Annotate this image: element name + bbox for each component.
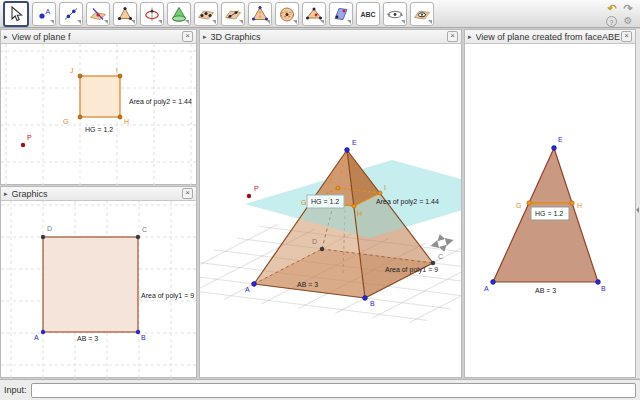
point-label-a: A	[34, 334, 39, 341]
point-b[interactable]	[596, 280, 601, 285]
tool-pyramid[interactable]	[248, 2, 272, 26]
redo-icon[interactable]: ↷	[621, 2, 635, 14]
geogebra-window: A	[0, 0, 640, 400]
toolbar: A	[0, 0, 640, 28]
point-e[interactable]	[552, 146, 557, 151]
tool-point[interactable]: A	[32, 2, 56, 26]
line-icon	[62, 5, 80, 23]
tool-line[interactable]	[59, 2, 83, 26]
point-label-b: B	[370, 300, 375, 307]
poly1-square[interactable]	[43, 237, 138, 332]
panel-title: Graphics	[12, 189, 182, 199]
graphics-header[interactable]: ▸ Graphics ×	[1, 187, 196, 201]
input-field[interactable]	[31, 383, 636, 398]
tool-rotate-view[interactable]	[383, 2, 407, 26]
point-label-d: D	[312, 238, 317, 245]
circle-axis-icon	[143, 5, 161, 23]
point-label-e: E	[352, 139, 357, 146]
point-label-c: C	[438, 253, 443, 260]
area-poly2-label: Area of poly2 = 1.44	[376, 198, 439, 206]
polygon-icon	[116, 5, 134, 23]
plane-points-icon	[197, 5, 215, 23]
point-c[interactable]	[431, 261, 435, 265]
close-icon[interactable]: ×	[182, 188, 193, 199]
hg-measure-label: HG = 1.2	[311, 198, 339, 205]
tool-polygon[interactable]	[113, 2, 137, 26]
point-label-g: G	[63, 118, 68, 125]
panel-view-of-plane-faceabe: ▸ View of plane created from faceABE × G…	[464, 29, 636, 378]
point-d[interactable]	[320, 247, 324, 251]
tool-intersect[interactable]	[86, 2, 110, 26]
point-b[interactable]	[363, 296, 368, 301]
point-p[interactable]	[247, 194, 251, 198]
point-label-g: G	[516, 202, 521, 209]
tool-plane-through-points[interactable]	[194, 2, 218, 26]
point-label-j: J	[329, 177, 333, 184]
point-label-g: G	[301, 199, 306, 206]
g3d-header[interactable]: ▸ 3D Graphics ×	[200, 30, 461, 44]
point-p[interactable]	[21, 143, 25, 147]
expander-icon[interactable]: ▸	[4, 33, 8, 41]
svg-text:ABC: ABC	[360, 10, 375, 17]
close-icon[interactable]: ×	[621, 31, 632, 42]
expander-icon[interactable]: ▸	[4, 190, 8, 198]
point-a[interactable]	[491, 280, 496, 285]
point-g[interactable]	[527, 201, 531, 205]
undo-icon[interactable]: ↶	[605, 2, 619, 14]
tool-view-in-front[interactable]	[410, 2, 434, 26]
area-poly1-label: Area of poly1 = 9	[141, 292, 194, 300]
point-label-j: J	[70, 67, 74, 74]
text-abc-icon: ABC	[359, 5, 377, 23]
close-icon[interactable]: ×	[182, 31, 193, 42]
point-a[interactable]	[252, 282, 257, 287]
view-in-front-icon	[413, 5, 431, 23]
plane-f-header[interactable]: ▸ View of plane f ×	[1, 30, 196, 44]
point-d[interactable]	[41, 235, 45, 239]
expander-icon[interactable]: ▸	[468, 33, 472, 41]
point-label-h: H	[124, 118, 129, 125]
settings-gear-icon[interactable]: ⚙	[621, 15, 635, 27]
ab-measure-label: AB = 3	[297, 281, 318, 288]
point-label-h: H	[357, 210, 362, 217]
panel-3d-graphics: ▸ 3D Graphics ×	[199, 29, 462, 378]
panel-title: 3D Graphics	[211, 32, 447, 42]
tool-sphere[interactable]	[275, 2, 299, 26]
point-c[interactable]	[136, 235, 140, 239]
panel-title: View of plane created from faceABE	[476, 32, 621, 42]
point-label-i: I	[384, 184, 386, 191]
pyramid-icon	[251, 5, 269, 23]
panel-graphics: ▸ Graphics × D C A B AB = 3 Area of pol	[0, 186, 197, 378]
reflect-icon	[332, 5, 350, 23]
hg-measure-label: HG = 1.2	[535, 210, 563, 217]
expander-icon[interactable]: ▸	[203, 33, 207, 41]
help-icon[interactable]: ?	[606, 16, 617, 27]
point-e[interactable]	[345, 148, 350, 153]
tool-net[interactable]	[302, 2, 326, 26]
point-label-e: E	[558, 136, 563, 143]
g3d-canvas[interactable]: HG = 1.2 Area of poly2 = 1.44 Area of po…	[200, 44, 461, 378]
poly2-square[interactable]	[80, 76, 120, 117]
plane-abe-header[interactable]: ▸ View of plane created from faceABE ×	[465, 30, 635, 44]
close-icon[interactable]: ×	[447, 31, 458, 42]
rotate-3d-icon	[386, 5, 404, 23]
point-h[interactable]	[570, 201, 574, 205]
plane-abe-canvas[interactable]: G H HG = 1.2 E A B AB = 3	[465, 44, 635, 378]
tool-circle-axis[interactable]	[140, 2, 164, 26]
tool-move[interactable]	[3, 1, 29, 27]
point-icon: A	[35, 5, 53, 23]
panel-collapse-strip[interactable]	[636, 29, 640, 378]
plane-f-canvas[interactable]: J I G H HG = 1.2 Area of poly2 = 1.44 P	[1, 44, 196, 185]
panel-title: View of plane f	[12, 32, 182, 42]
area-poly1-label: Area of poly1 = 9	[385, 266, 438, 274]
tool-text[interactable]: ABC	[356, 2, 380, 26]
point-b[interactable]	[136, 330, 140, 334]
tool-plane[interactable]	[221, 2, 245, 26]
tool-intersect-surfaces[interactable]	[167, 2, 191, 26]
rotate-axes-icon[interactable]	[428, 231, 456, 255]
point-label-i: I	[116, 67, 118, 74]
graphics-canvas[interactable]: D C A B AB = 3 Area of poly1 = 9	[1, 201, 196, 378]
net-icon	[305, 5, 323, 23]
point-a[interactable]	[41, 330, 45, 334]
toolbar-right-controls: ↶ ↷ ? ⚙	[605, 2, 637, 26]
tool-reflect[interactable]	[329, 2, 353, 26]
